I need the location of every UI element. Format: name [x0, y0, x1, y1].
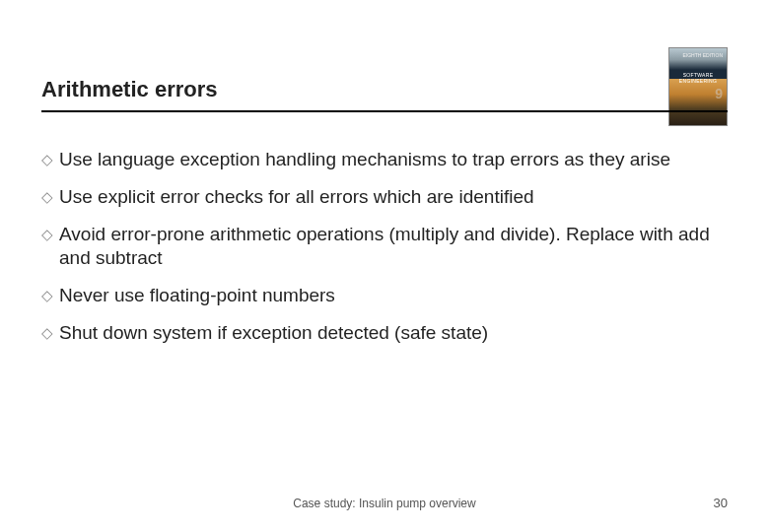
diamond-icon: ◇: [41, 321, 53, 345]
slide-title: Arithmetic errors: [41, 77, 218, 102]
slide-footer: Case study: Insulin pump overview 30: [41, 496, 728, 510]
book-edition: EIGHTH EDITION: [682, 52, 723, 58]
bullet-text: Avoid error-prone arithmetic operations …: [59, 223, 728, 270]
bullet-item: ◇ Use explicit error checks for all erro…: [41, 185, 728, 209]
footer-case-study: Case study: Insulin pump overview: [71, 497, 698, 510]
bullet-item: ◇ Never use floating-point numbers: [41, 284, 728, 307]
page-number: 30: [698, 496, 728, 510]
diamond-icon: ◇: [41, 223, 53, 246]
bullet-item: ◇ Use language exception handling mechan…: [41, 148, 728, 171]
bullet-text: Use language exception handling mechanis…: [59, 148, 728, 171]
bullet-text: Shut down system if exception detected (…: [59, 321, 728, 345]
bullet-text: Never use floating-point numbers: [59, 284, 728, 307]
bullet-item: ◇ Avoid error-prone arithmetic operation…: [41, 223, 728, 270]
diamond-icon: ◇: [41, 185, 53, 209]
bullet-item: ◇ Shut down system if exception detected…: [41, 321, 728, 345]
slide-header: Arithmetic errors: [41, 77, 728, 112]
diamond-icon: ◇: [41, 284, 53, 307]
bullet-text: Use explicit error checks for all errors…: [59, 185, 728, 209]
diamond-icon: ◇: [41, 148, 53, 171]
slide-content: ◇ Use language exception handling mechan…: [41, 148, 728, 359]
